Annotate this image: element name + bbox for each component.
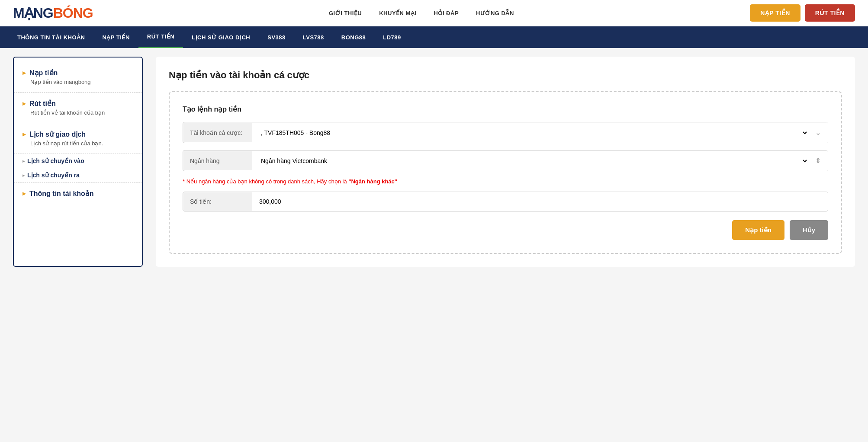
form-section-title: Tạo lệnh nạp tiền [183, 105, 828, 113]
navbar-item-lvs788[interactable]: LVS788 [294, 27, 333, 48]
header-nav: GIỚI THIỆU KHUYẾN MẠI HỎI ĐÁP HƯỚNG DẪN [329, 10, 514, 16]
sidebar-lich-su-desc: Lịch sử nạp rút tiền của bạn. [23, 140, 133, 147]
bank-chevron-icon: ⇕ [808, 151, 828, 171]
navbar-item-naptien[interactable]: NẠP TIỀN [93, 27, 138, 48]
header-buttons: NẠP TIỀN RÚT TIỀN [750, 4, 855, 22]
logo-mang: MẠNG [13, 5, 53, 21]
bank-field-row: Ngân hàng Ngân hàng Vietcombank ⇕ [183, 150, 828, 171]
chevron-down-icon: ⌄ [808, 122, 828, 143]
warning-highlight: "Ngân hàng khác" [348, 178, 397, 185]
sidebar-lich-su-chuyen-ra[interactable]: Lịch sử chuyển ra [14, 168, 142, 183]
form-area: Nạp tiền vào tài khoản cá cược Tạo lệnh … [156, 57, 855, 267]
submit-button[interactable]: Nạp tiền [732, 220, 784, 240]
navbar-item-thongtin[interactable]: THÔNG TIN TÀI KHOẢN [9, 27, 93, 48]
navbar-item-ld789[interactable]: LD789 [374, 27, 410, 48]
sidebar-rut-tien[interactable]: Rút tiền Rút tiền về tài khoản của bạn [14, 93, 142, 123]
account-label: Tài khoản cá cược: [183, 123, 252, 142]
sidebar-chuyen-ra-link[interactable]: Lịch sử chuyển ra [23, 172, 133, 179]
sidebar-thong-tin-title[interactable]: Thông tin tài khoản [23, 189, 133, 198]
account-field-row: Tài khoản cá cược: , TVF185TH005 - Bong8… [183, 122, 828, 143]
logo[interactable]: MẠNGBÓNG [13, 5, 93, 21]
navbar-item-ruttien[interactable]: RÚT TIỀN [138, 26, 183, 48]
navbar-item-sv388[interactable]: SV388 [259, 27, 294, 48]
header-rut-tien-button[interactable]: RÚT TIỀN [805, 4, 855, 22]
bank-warning: * Nếu ngân hàng của bạn không có trong d… [183, 178, 828, 185]
sidebar-nap-tien-desc: Nạp tiền vào mangbong [23, 79, 133, 85]
header-nap-tien-button[interactable]: NẠP TIỀN [750, 4, 800, 22]
nav-item-khuyenmai[interactable]: KHUYẾN MẠI [379, 10, 416, 16]
navbar-item-bong88[interactable]: BONG88 [333, 27, 374, 48]
sidebar-lich-su[interactable]: Lịch sử giao dịch Lịch sử nạp rút tiền c… [14, 123, 142, 154]
form-actions: Nạp tiền Hủy [183, 220, 828, 240]
bank-label: Ngân hàng [183, 151, 252, 170]
sidebar-nap-tien-title[interactable]: Nạp tiền [23, 69, 133, 77]
bank-select[interactable]: Ngân hàng Vietcombank [252, 151, 808, 171]
nav-item-huongdan[interactable]: HƯỚNG DẪN [476, 10, 514, 16]
sidebar-rut-tien-desc: Rút tiền về tài khoản của bạn [23, 109, 133, 116]
sidebar-chuyen-vao-link[interactable]: Lịch sử chuyển vào [23, 157, 133, 164]
main-content: Nạp tiền Nạp tiền vào mangbong Rút tiền … [0, 48, 868, 275]
sidebar-nap-tien[interactable]: Nạp tiền Nạp tiền vào mangbong [14, 62, 142, 93]
cancel-button[interactable]: Hủy [790, 220, 828, 240]
amount-label: Số tiền: [183, 192, 252, 211]
sidebar-thong-tin[interactable]: Thông tin tài khoản [14, 183, 142, 205]
sidebar-lich-su-chuyen-vao[interactable]: Lịch sử chuyển vào [14, 154, 142, 168]
sidebar-lich-su-title[interactable]: Lịch sử giao dịch [23, 130, 133, 138]
form-card: Tạo lệnh nạp tiền Tài khoản cá cược: , T… [169, 91, 842, 254]
nav-item-gioithieu[interactable]: GIỚI THIỆU [329, 10, 362, 16]
header: MẠNGBÓNG GIỚI THIỆU KHUYẾN MẠI HỎI ĐÁP H… [0, 0, 868, 26]
amount-input[interactable] [252, 192, 828, 211]
page-title: Nạp tiền vào tài khoản cá cược [169, 70, 842, 81]
warning-text-prefix: * Nếu ngân hàng của bạn không có trong d… [183, 178, 348, 185]
logo-bong: BÓNG [53, 5, 93, 21]
account-select[interactable]: , TVF185TH005 - Bong88 [252, 123, 808, 143]
navbar: THÔNG TIN TÀI KHOẢN NẠP TIỀN RÚT TIỀN LỊ… [0, 26, 868, 48]
sidebar: Nạp tiền Nạp tiền vào mangbong Rút tiền … [13, 57, 143, 267]
nav-item-hoidap[interactable]: HỎI ĐÁP [434, 10, 459, 16]
amount-field-row: Số tiền: [183, 192, 828, 211]
navbar-item-lichsu[interactable]: LỊCH SỬ GIAO DỊCH [183, 27, 259, 48]
sidebar-rut-tien-title[interactable]: Rút tiền [23, 99, 133, 108]
